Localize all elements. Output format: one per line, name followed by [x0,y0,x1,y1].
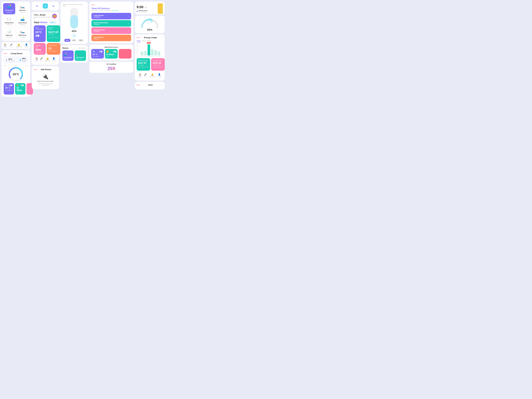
bar-wed-label: Wed [158,56,160,57]
device-name-double: Double Bed Room [94,22,108,24]
host-more[interactable]: ⋯ [161,84,163,86]
tab-week[interactable]: Week [142,40,146,42]
maid-chip-ac[interactable]: ❄️ 26° C Air Condition [91,49,104,59]
bedroom-devices: 3 Devices [20,12,25,13]
rooms-section-title: Rooms [62,47,69,49]
ac-chip[interactable]: ❄️ 26° C Air Condition [4,83,14,95]
widget-hum-sub: Level : Normal [35,52,44,53]
nav-voice-1[interactable]: 🎤 Voice [10,43,13,48]
rooms-section-count: { 25 Devices } [78,47,86,49]
room-item-maid[interactable]: 🛏️ Maid Room 2 Devices [17,28,29,39]
nav-notification-2[interactable]: 🔔 Notification [45,57,51,61]
elec-widget-current[interactable]: Electricity Usage $127.67 This month [137,58,150,71]
nav-profile-energy[interactable]: 👤 Profile [158,73,161,77]
nav-home-label-energy: Home [139,76,142,77]
wifi-icon-maid: 📶 [106,50,109,53]
energy-back[interactable]: Back [137,37,140,38]
voice-icon-1: 🎤 [10,43,13,46]
bar-tue-fill [154,50,157,56]
nav-notification-energy[interactable]: 🔔 Notification [150,73,155,77]
room-item-dining[interactable]: 🍽️ Dining Room 6 Devices [3,16,15,27]
nav-home-label-2: Home [35,60,38,61]
add-device-back[interactable]: Back [34,69,37,70]
living-room-more[interactable]: ⋯ [26,52,28,55]
elec-widget-prev[interactable]: Electricity Usage $197.95 Previous month [151,58,165,71]
nav-voice-2[interactable]: 🎤 Voice [40,57,43,61]
nav-home-1[interactable]: 🏠 Home [4,43,7,48]
nav-voice-energy[interactable]: 🎤 Voice [144,73,147,77]
nav-profile-label-energy: Profile [158,76,161,77]
maid-ac-toggle[interactable] [99,51,103,52]
add-device-content: 🔌 Plug in the smart outlet your device w… [34,72,57,87]
power-button[interactable]: ⏻ [72,33,76,38]
wifi-chip[interactable]: 📶 52 Mbps Wi-fi [15,83,25,95]
host-header: Back Host ⋯ [137,84,163,86]
bar-tue: Tue [154,50,157,57]
notification-icon-energy: 🔔 [151,73,154,76]
add-device-more[interactable]: ⋯ [55,68,57,71]
device-row-double[interactable]: Double Bed Room 5 Devices › [91,20,131,27]
device-name-kitchen: Kitchen Room [94,29,105,31]
device-info-kitchen: Kitchen Room 11 Devices [94,29,105,32]
maid-chip-extra[interactable] [119,49,132,59]
play-button[interactable]: ⏸ [43,3,48,9]
widget-hum-val: 35% [35,48,44,51]
your-home-text: Your Home [34,21,47,24]
humidity-opt-50[interactable]: 50% [71,39,77,42]
nav-home-energy[interactable]: 🏠 Home [139,73,142,77]
nav-notification-1[interactable]: 🔔 Notification [16,43,22,48]
humidity-opt-auto[interactable]: Auto [64,39,70,42]
bar-wed: Wed [158,51,160,57]
maid-wifi-toggle[interactable] [113,51,116,52]
nav-notification-label-2: Notification [45,60,51,61]
column-3: Adjust the humidity level of your room 6… [61,1,88,97]
learn-more-link[interactable]: Learn more... [112,10,119,11]
widget-security[interactable]: Home Security 🔒 23 CCTV Cameras [47,43,60,55]
prev-button[interactable]: ⏮ [36,5,38,7]
living-room-back[interactable]: Back [4,53,7,54]
devices-highlight: Devices [101,7,110,10]
device-row-living[interactable]: Living Room 12 Devices › [91,13,131,19]
nav-profile-2[interactable]: 👤 Profile [52,57,56,61]
widget-electricity[interactable]: Electricity Usage ⚡ $127.67 This month [47,25,60,42]
host-back[interactable]: Back [137,84,140,86]
energy-more[interactable]: ⋯ [161,36,163,39]
humidity-card-title: Adjust the humidity level of your room [63,4,86,7]
ac-section-value: 269 [108,66,115,71]
widget-humidity[interactable]: Humidity Level 💧 35% Level : Normal [34,43,46,55]
humidity-opt-100[interactable]: 100% [78,39,84,42]
room-card-living[interactable]: 🛋️ Living Room Level : 56% [62,51,74,61]
room-card-guest[interactable]: 🛏️ Guest Room Level : 35% [75,51,86,61]
ac-toggle[interactable] [9,84,13,86]
room-item-bathroom[interactable]: 🛁 Bathroom 4 Devices [3,28,15,39]
wifi-toggle[interactable] [20,84,24,86]
device-row-guest[interactable]: Guest Room 5 Devices › [91,35,131,41]
device-row-kitchen[interactable]: Kitchen Room 11 Devices › [91,27,131,34]
tab-today[interactable]: Today [137,40,141,42]
living-card-level: Level : 56% [64,58,72,59]
room-item-living[interactable]: 🛋️ Living Room 5 Devices [3,3,15,14]
view-devices-more[interactable]: ⋯ [129,4,131,6]
thermo-dial[interactable]: 26°C [8,66,24,82]
host-title: Host [148,84,153,86]
nav-profile-1[interactable]: 👤 Profile [25,43,28,48]
room-item-bedroom[interactable]: 🛏️ Bedroom 3 Devices [17,3,29,14]
add-device-card: Back Add Device ⋯ 🔌 Plug in the smart ou… [32,66,59,89]
temp-value: 26°C [8,58,15,60]
next-button[interactable]: ⏭ [52,5,55,7]
profile-icon-1: 👤 [25,43,28,46]
temp-widget-toggle[interactable] [35,35,39,37]
add-device-text-2: your device will connect automatically [35,83,56,86]
device-info-guest: Guest Room 5 Devices [94,36,103,40]
room-item-guest[interactable]: 🛋️ Guest Room 9 Devices [17,16,29,27]
bedroom-name: Bedroom [19,9,25,11]
home-icon-2: 🏠 [35,57,38,60]
maid-chip-wifi[interactable]: 📶 52 Mbps Wi-fi [105,49,118,59]
guest-room-icon: 🛋️ [20,17,25,21]
add-button[interactable]: Add ＋ [49,21,57,24]
alarm-dot [137,11,138,12]
view-devices-back[interactable]: Back [91,4,95,6]
y-0: $0 [137,53,139,54]
nav-home-2[interactable]: 🏠 Home [35,57,38,61]
widget-temp[interactable]: Home Temperature 🌡️ 24°C [34,25,46,42]
